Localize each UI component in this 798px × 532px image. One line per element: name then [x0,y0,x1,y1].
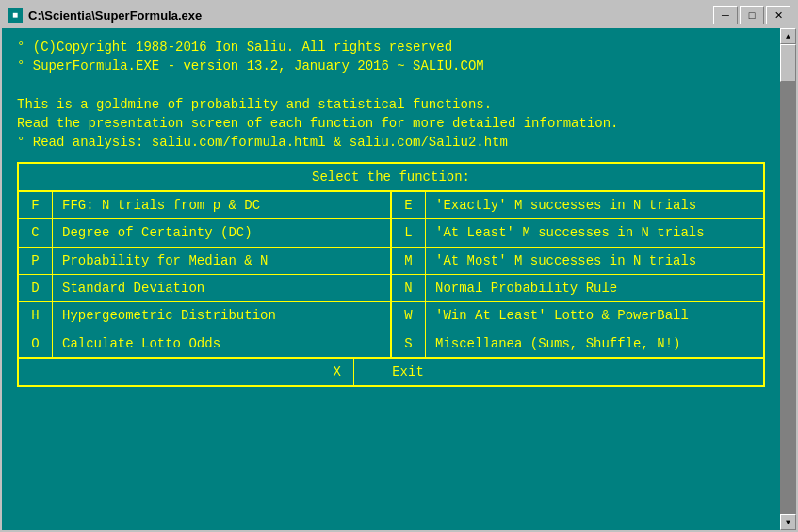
key-W[interactable]: W [392,302,426,329]
table-row: C Degree of Certainty (DC) L 'At Least' … [19,219,763,247]
value-X[interactable]: Exit [354,359,462,385]
header-line2: ° SuperFormula.EXE - version 13.2, Janua… [17,56,765,75]
window-title: C:\Scientia\SuperFormula.exe [28,8,713,23]
function-table: Select the function: F FFG: N trials fro… [17,162,765,387]
exit-row: X Exit [19,358,763,385]
window-icon: ■ [8,8,23,23]
header-line4: This is a goldmine of probability and st… [17,95,765,114]
table-row: P Probability for Median & N M 'At Most'… [19,248,763,275]
header-line1: ° (C)Copyright 1988-2016 Ion Saliu. All … [17,38,765,56]
key-E[interactable]: E [392,192,426,218]
value-M[interactable]: 'At Most' M successes in N trials [426,248,763,274]
minimize-button[interactable]: ─ [713,6,738,24]
value-D[interactable]: Standard Deviation [53,275,392,301]
key-P[interactable]: P [19,248,53,274]
maximize-button[interactable]: □ [740,6,764,24]
key-X[interactable]: X [320,359,354,385]
key-L[interactable]: L [392,219,426,246]
key-C[interactable]: C [19,219,53,246]
scrollbar: ▲ ▼ [780,28,796,530]
header-line6: ° Read analysis: saliu.com/formula.html … [17,133,765,152]
scrollbar-thumb[interactable] [780,44,796,82]
value-L[interactable]: 'At Least' M successes in N trials [426,219,763,246]
window-content: ° (C)Copyright 1988-2016 Ion Saliu. All … [2,28,796,530]
key-H[interactable]: H [19,302,53,329]
table-row: O Calculate Lotto Odds S Miscellanea (Su… [19,330,763,358]
main-area: ° (C)Copyright 1988-2016 Ion Saliu. All … [2,28,780,530]
header-text: ° (C)Copyright 1988-2016 Ion Saliu. All … [17,38,765,153]
key-F[interactable]: F [19,192,53,218]
key-D[interactable]: D [19,275,53,301]
value-H[interactable]: Hypergeometric Distribution [53,302,392,329]
title-bar: ■ C:\Scientia\SuperFormula.exe ─ □ ✕ [2,2,796,28]
close-button[interactable]: ✕ [766,6,790,24]
value-O[interactable]: Calculate Lotto Odds [53,330,392,357]
key-M[interactable]: M [392,248,426,274]
value-F[interactable]: FFG: N trials from p & DC [53,192,392,218]
key-S[interactable]: S [392,330,426,357]
value-C[interactable]: Degree of Certainty (DC) [53,219,392,246]
table-body: F FFG: N trials from p & DC E 'Exactly' … [19,192,763,385]
scrollbar-track[interactable] [780,44,796,514]
value-W[interactable]: 'Win At Least' Lotto & PowerBall [426,302,763,329]
value-S[interactable]: Miscellanea (Sums, Shuffle, N!) [426,330,763,357]
scroll-up-button[interactable]: ▲ [780,28,796,44]
value-P[interactable]: Probability for Median & N [53,248,392,274]
table-header: Select the function: [19,164,763,192]
table-row: D Standard Deviation N Normal Probabilit… [19,275,763,302]
scroll-down-button[interactable]: ▼ [780,514,796,530]
key-N[interactable]: N [392,275,426,301]
title-bar-buttons: ─ □ ✕ [713,6,790,24]
main-window: ■ C:\Scientia\SuperFormula.exe ─ □ ✕ ° (… [0,0,798,532]
header-line3 [17,76,765,95]
table-row: H Hypergeometric Distribution W 'Win At … [19,302,763,330]
table-row: F FFG: N trials from p & DC E 'Exactly' … [19,192,763,219]
header-line5: Read the presentation screen of each fun… [17,114,765,133]
value-N[interactable]: Normal Probability Rule [426,275,763,301]
key-O[interactable]: O [19,330,53,357]
value-E[interactable]: 'Exactly' M successes in N trials [426,192,763,218]
